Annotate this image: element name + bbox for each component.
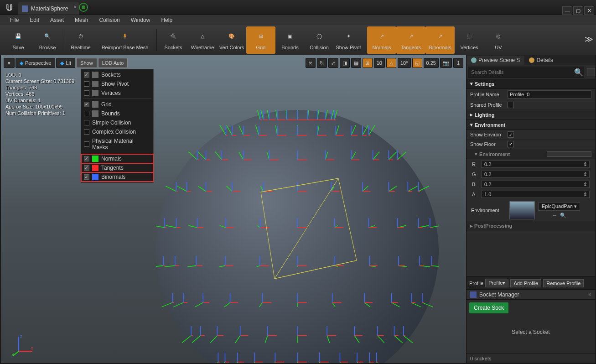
show-menu-physical-material-masks[interactable]: Physical Material Masks xyxy=(81,136,153,152)
toolbar-save[interactable]: 💾Save xyxy=(4,26,33,54)
remove-profile-button[interactable]: Remove Profile xyxy=(543,279,584,287)
checkbox[interactable]: ✓ xyxy=(84,156,89,161)
category-settings[interactable]: ▾ Settings xyxy=(466,79,595,89)
add-profile-button[interactable]: Add Profile xyxy=(510,279,541,287)
scale-snap-button[interactable]: ◱ xyxy=(412,58,422,68)
menu-asset[interactable]: Asset xyxy=(45,16,69,25)
maximize-button[interactable]: ▢ xyxy=(573,6,583,15)
a-slider[interactable]: 1.0⇕ xyxy=(481,191,590,198)
world-local-button[interactable]: ◨ xyxy=(340,58,350,68)
surface-snap-button[interactable]: ▦ xyxy=(351,58,361,68)
checkbox[interactable]: ✓ xyxy=(84,174,89,180)
shared-profile-checkbox[interactable] xyxy=(508,102,514,108)
menu-file[interactable]: File xyxy=(5,16,24,25)
show-menu-vertices[interactable]: Vertices xyxy=(81,88,153,98)
show-menu-grid[interactable]: ✓Grid xyxy=(81,100,153,109)
viewport-options-button[interactable]: ▾ xyxy=(4,58,15,68)
menu-collision[interactable]: Collision xyxy=(93,16,125,25)
search-input[interactable] xyxy=(468,69,574,75)
minimize-button[interactable]: — xyxy=(562,6,572,15)
show-menu-simple-collision[interactable]: Simple Collision xyxy=(81,118,153,127)
checkbox[interactable] xyxy=(84,81,89,87)
overflow-icon[interactable]: ≫ xyxy=(585,34,593,44)
show-button[interactable]: Show xyxy=(76,58,97,68)
menu-window[interactable]: Window xyxy=(125,16,156,25)
show-floor-checkbox[interactable] xyxy=(508,141,514,147)
color-swatch[interactable] xyxy=(547,151,591,157)
show-menu-binormals[interactable]: ✓Binormals xyxy=(81,172,153,182)
toolbar-grid[interactable]: ⊞Grid xyxy=(246,26,275,54)
menu-mesh[interactable]: Mesh xyxy=(69,16,93,25)
toolbar-vert-colors[interactable]: 🎨Vert Colors xyxy=(217,26,246,54)
profile-dropdown[interactable]: Profile▾ xyxy=(485,279,508,287)
category-environment[interactable]: ▾ Environment xyxy=(466,120,595,130)
show-menu-sockets[interactable]: ✓Sockets xyxy=(81,70,153,79)
menu-edit[interactable]: Edit xyxy=(24,16,45,25)
toolbar-uv[interactable]: ◎UV xyxy=(484,26,513,54)
checkbox[interactable] xyxy=(84,90,89,96)
checkbox[interactable]: ✓ xyxy=(84,165,89,171)
scale-mode-button[interactable]: ⤢ xyxy=(328,58,338,68)
camera-speed-value[interactable]: 1 xyxy=(453,58,463,68)
transform-mode-button[interactable]: ⤧ xyxy=(306,58,316,68)
browse-asset-icon[interactable]: ← xyxy=(552,213,557,218)
scale-snap-value[interactable]: 0.25 xyxy=(424,58,439,68)
category-env-color[interactable]: ▾ Environment xyxy=(466,149,595,159)
lod-button[interactable]: LOD Auto xyxy=(98,58,128,68)
grid-snap-button[interactable]: ⊞ xyxy=(363,58,373,68)
checkbox[interactable] xyxy=(84,129,89,135)
lit-button[interactable]: ◆Lit xyxy=(56,58,75,68)
show-menu-show-pivot[interactable]: Show Pivot xyxy=(81,79,153,88)
source-control-icon[interactable] xyxy=(79,3,88,12)
toolbar-realtime[interactable]: ⏱Realtime xyxy=(66,26,95,54)
g-slider[interactable]: 0.2⇕ xyxy=(481,171,590,178)
settings-icon[interactable] xyxy=(587,68,595,76)
r-slider[interactable]: 0.2⇕ xyxy=(481,161,590,168)
close-icon[interactable]: × xyxy=(73,4,76,10)
environment-dropdown[interactable]: EpicQuadPan ▾ xyxy=(539,202,580,211)
toolbar-binormals[interactable]: ↗Binormals xyxy=(425,26,455,54)
search-icon[interactable]: 🔍 xyxy=(574,68,584,77)
close-icon[interactable]: × xyxy=(588,291,591,298)
category-postprocess[interactable]: ▸ PostProcessing xyxy=(466,221,595,231)
tab-details[interactable]: Details xyxy=(524,56,558,65)
perspective-button[interactable]: ◆Perspective xyxy=(16,58,55,68)
profile-name-input[interactable] xyxy=(508,90,591,99)
show-environment-checkbox[interactable] xyxy=(508,131,514,138)
b-slider[interactable]: 0.2⇕ xyxy=(481,181,590,188)
tab-preview-scene[interactable]: Preview Scene S xyxy=(466,56,524,65)
show-menu-tangents[interactable]: ✓Tangents xyxy=(81,163,153,172)
document-tab[interactable]: MaterialSphere × xyxy=(18,2,79,15)
checkbox[interactable] xyxy=(84,120,89,125)
angle-snap-value[interactable]: 10° xyxy=(398,58,411,68)
toolbar-normals[interactable]: ↗Normals xyxy=(367,26,396,54)
checkbox[interactable]: ✓ xyxy=(84,102,89,107)
close-button[interactable]: ✕ xyxy=(584,6,594,15)
find-asset-icon[interactable]: 🔍 xyxy=(560,213,566,218)
create-socket-button[interactable]: Create Sock xyxy=(469,302,508,313)
toolbar-reimport-base-mesh[interactable]: 🧍Reimport Base Mesh xyxy=(95,26,155,54)
show-menu-normals[interactable]: ✓Normals xyxy=(81,154,153,163)
category-lighting[interactable]: ▸ Lighting xyxy=(466,110,595,120)
checkbox[interactable] xyxy=(84,141,89,147)
toolbar-collision[interactable]: ◯Collision xyxy=(305,26,334,54)
toolbar-tangents[interactable]: ↗Tangents xyxy=(396,26,425,54)
toolbar-sockets[interactable]: 🔌Sockets xyxy=(159,26,188,54)
environment-thumbnail[interactable] xyxy=(509,201,535,219)
toolbar-bounds[interactable]: ▣Bounds xyxy=(275,26,305,54)
grid-snap-value[interactable]: 10 xyxy=(374,58,385,68)
toolbar-vertices[interactable]: ⬚Vertices xyxy=(455,26,484,54)
menu-help[interactable]: Help xyxy=(155,16,178,25)
camera-speed-button[interactable]: 📷 xyxy=(440,58,452,68)
toolbar-wireframe[interactable]: △Wireframe xyxy=(188,26,217,54)
tab-socket-manager[interactable]: Socket Manager × xyxy=(466,290,595,300)
checkbox[interactable]: ✓ xyxy=(84,72,89,78)
rotate-mode-button[interactable]: ↻ xyxy=(317,58,327,68)
checkbox[interactable] xyxy=(84,111,89,116)
toolbar-show-pivot[interactable]: ✦Show Pivot xyxy=(334,26,363,54)
show-menu-complex-collision[interactable]: Complex Collision xyxy=(81,127,153,136)
toolbar-browse[interactable]: 🔍Browse xyxy=(33,26,62,54)
angle-snap-button[interactable]: △ xyxy=(386,58,396,68)
viewport[interactable]: ▾ ◆Perspective ◆Lit Show LOD Auto ⤧ ↻ ⤢ … xyxy=(1,55,466,363)
show-menu-bounds[interactable]: Bounds xyxy=(81,109,153,118)
